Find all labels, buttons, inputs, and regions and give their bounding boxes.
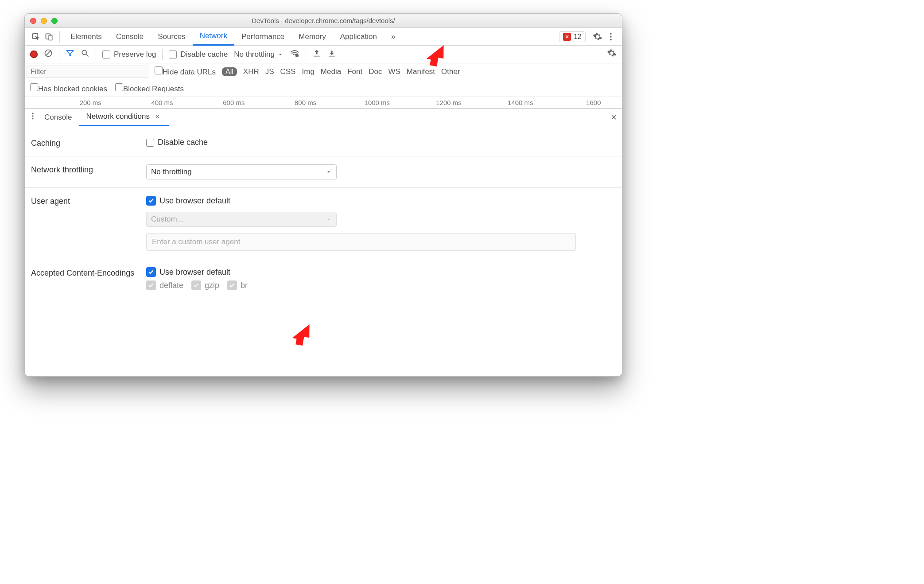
settings-gear-icon[interactable] — [591, 32, 604, 42]
svg-line-7 — [46, 51, 51, 56]
filter-type-other[interactable]: Other — [441, 67, 460, 76]
minimize-window-button[interactable] — [41, 18, 47, 24]
filter-type-media[interactable]: Media — [321, 67, 341, 76]
main-tab-bar: Elements Console Sources Network Perform… — [25, 28, 622, 46]
record-button[interactable] — [30, 51, 38, 58]
svg-point-4 — [610, 36, 612, 38]
close-drawer-icon[interactable]: × — [609, 112, 618, 123]
ua-custom-select: Custom... — [146, 212, 337, 227]
has-blocked-cookies-checkbox[interactable]: Has blocked cookies — [30, 83, 107, 93]
close-window-button[interactable] — [30, 18, 36, 24]
section-throttling: Network throttling No throttling — [25, 156, 622, 188]
filter-type-xhr[interactable]: XHR — [243, 67, 259, 76]
enc-gzip-checkbox: gzip — [191, 280, 219, 290]
filter-type-ws[interactable]: WS — [388, 67, 400, 76]
tab-memory[interactable]: Memory — [291, 28, 333, 46]
timeline-overview[interactable]: 200 ms 400 ms 600 ms 800 ms 1000 ms 1200… — [25, 97, 622, 109]
window-title: DevTools - developer.chrome.com/tags/dev… — [25, 17, 622, 24]
tab-elements[interactable]: Elements — [63, 28, 109, 46]
filter-type-img[interactable]: Img — [302, 67, 314, 76]
svg-point-8 — [82, 50, 86, 55]
maximize-window-button[interactable] — [51, 18, 58, 24]
traffic-lights — [30, 18, 58, 24]
tab-performance[interactable]: Performance — [234, 28, 291, 46]
section-caching: Caching Disable cache — [25, 130, 622, 156]
svg-rect-11 — [314, 56, 319, 57]
network-toolbar: Preserve log Disable cache No throttling — [25, 46, 622, 63]
blocked-requests-checkbox[interactable]: Blocked Requests — [115, 83, 184, 93]
svg-line-9 — [86, 55, 89, 57]
filter-input[interactable] — [27, 66, 148, 78]
enc-deflate-checkbox: deflate — [146, 280, 183, 290]
drawer-tab-console[interactable]: Console — [37, 109, 79, 126]
titlebar: DevTools - developer.chrome.com/tags/dev… — [25, 14, 622, 28]
filter-type-all[interactable]: All — [222, 67, 237, 76]
filter-bar: Hide data URLs All XHR JS CSS Img Media … — [25, 63, 622, 80]
kebab-menu-icon[interactable] — [604, 32, 617, 42]
svg-point-5 — [610, 39, 612, 40]
drawer-kebab-icon[interactable] — [28, 112, 37, 123]
filter-type-js[interactable]: JS — [265, 67, 274, 76]
close-tab-icon[interactable]: × — [153, 112, 162, 121]
device-toggle-icon[interactable] — [43, 32, 56, 41]
svg-point-3 — [610, 33, 612, 35]
ua-use-default-checkbox[interactable]: Use browser default — [146, 196, 616, 206]
svg-rect-12 — [329, 56, 334, 57]
nc-throttling-select[interactable]: No throttling — [146, 164, 337, 179]
preserve-log-checkbox[interactable]: Preserve log — [102, 50, 156, 59]
filter-icon[interactable] — [66, 49, 74, 60]
hide-data-urls-checkbox[interactable]: Hide data URLs — [155, 66, 216, 77]
tab-application[interactable]: Application — [333, 28, 384, 46]
filter-type-manifest[interactable]: Manifest — [407, 67, 435, 76]
tab-overflow[interactable]: » — [384, 28, 402, 46]
throttling-select[interactable]: No throttling — [234, 50, 283, 59]
enc-br-checkbox: br — [227, 280, 248, 290]
error-count-badge[interactable]: × 12 — [559, 31, 586, 42]
inspect-icon[interactable] — [29, 32, 43, 41]
drawer-tab-bar: Console Network conditions × × — [25, 109, 622, 126]
filter-type-doc[interactable]: Doc — [369, 67, 382, 76]
annotation-arrow-bottom — [288, 319, 314, 348]
tab-console[interactable]: Console — [109, 28, 151, 46]
search-icon[interactable] — [81, 49, 89, 60]
section-encodings: Accepted Content-Encodings Use browser d… — [25, 259, 622, 298]
error-icon: × — [563, 33, 571, 41]
download-har-icon[interactable] — [327, 49, 336, 60]
ua-custom-input: Enter a custom user agent — [146, 233, 576, 251]
disable-cache-checkbox[interactable]: Disable cache — [169, 50, 228, 59]
upload-har-icon[interactable] — [312, 49, 321, 60]
enc-use-default-checkbox[interactable]: Use browser default — [146, 267, 616, 277]
network-conditions-panel: Caching Disable cache Network throttling… — [25, 126, 622, 298]
network-conditions-icon[interactable] — [290, 48, 299, 60]
tab-network[interactable]: Network — [193, 28, 234, 46]
section-user-agent: User agent Use browser default Custom...… — [25, 188, 622, 259]
blocked-bar: Has blocked cookies Blocked Requests — [25, 80, 622, 97]
svg-point-13 — [32, 113, 33, 114]
drawer-tab-network-conditions[interactable]: Network conditions × — [79, 109, 168, 126]
svg-rect-2 — [49, 35, 52, 40]
filter-type-font[interactable]: Font — [347, 67, 362, 76]
error-count: 12 — [574, 33, 582, 41]
filter-type-css[interactable]: CSS — [280, 67, 296, 76]
nc-disable-cache-checkbox[interactable]: Disable cache — [146, 138, 616, 147]
svg-point-15 — [32, 118, 33, 119]
svg-point-10 — [296, 55, 299, 57]
network-settings-gear-icon[interactable] — [607, 48, 617, 60]
svg-point-14 — [32, 115, 33, 117]
tab-sources[interactable]: Sources — [151, 28, 192, 46]
devtools-window: DevTools - developer.chrome.com/tags/dev… — [24, 13, 622, 377]
clear-icon[interactable] — [44, 49, 53, 60]
